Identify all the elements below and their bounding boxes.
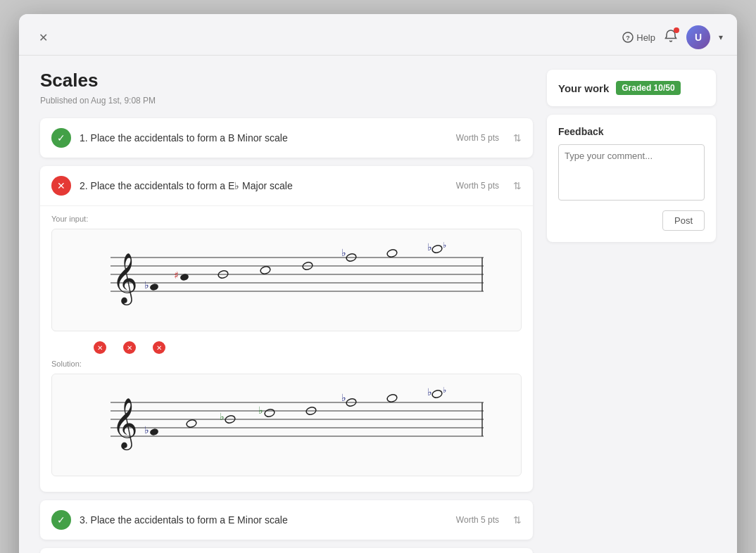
question-text-1: 1. Place the accidentals to form a B Min… bbox=[80, 132, 448, 144]
question-item-1: ✓ 1. Place the accidentals to form a B M… bbox=[40, 118, 533, 158]
sol-note-1 bbox=[149, 428, 159, 436]
sol-note-2 bbox=[186, 419, 197, 428]
staff-solution: 𝄞 ♭ ♭ ♭ bbox=[51, 374, 522, 476]
note-7 bbox=[386, 248, 398, 258]
help-button[interactable]: ? Help bbox=[622, 32, 655, 43]
question-text-3: 3. Place the accidentals to form a E Min… bbox=[80, 514, 448, 526]
your-input-label: Your input: bbox=[51, 215, 522, 223]
sol-note-7 bbox=[386, 393, 398, 402]
sharp-red: ♯ bbox=[174, 269, 179, 281]
published-date: Published on Aug 1st, 9:08 PM bbox=[40, 96, 533, 106]
question-worth-3: Worth 5 pts bbox=[456, 515, 499, 525]
chevron-down-icon[interactable]: ▾ bbox=[719, 32, 723, 42]
question-text-2: 2. Place the accidentals to form a E♭ Ma… bbox=[80, 180, 448, 191]
close-button[interactable]: ✕ bbox=[33, 27, 53, 47]
main-layout: Scales Published on Aug 1st, 9:08 PM ✓ 1… bbox=[19, 56, 737, 553]
svg-text:?: ? bbox=[626, 34, 631, 42]
post-button[interactable]: Post bbox=[662, 210, 705, 231]
question-worth-1: Worth 5 pts bbox=[456, 133, 499, 143]
incorrect-icon-2: ✕ bbox=[51, 176, 71, 196]
treble-clef: 𝄞 bbox=[112, 253, 138, 306]
your-work-label: Your work bbox=[558, 82, 609, 94]
sol-flat-8: ♭ bbox=[427, 386, 432, 398]
help-icon: ? bbox=[622, 32, 634, 43]
grade-badge: Graded 10/50 bbox=[616, 81, 680, 95]
right-sidebar: Your work Graded 10/50 Feedback Post bbox=[547, 70, 716, 553]
error-indicators: ✕ ✕ ✕ bbox=[51, 338, 522, 360]
question-header-4[interactable]: ✕ 4. Place the accidentals to form a C♭ … bbox=[40, 548, 533, 553]
question-header-3[interactable]: ✓ 3. Place the accidentals to form a E M… bbox=[40, 500, 533, 540]
page-title: Scales bbox=[40, 70, 533, 91]
feedback-card: Feedback Post bbox=[547, 115, 716, 242]
error-dot-2: ✕ bbox=[123, 341, 136, 354]
notification-dot bbox=[674, 27, 679, 33]
question-header-1[interactable]: ✓ 1. Place the accidentals to form a B M… bbox=[40, 118, 533, 158]
question-item-3: ✓ 3. Place the accidentals to form a E M… bbox=[40, 500, 533, 540]
note-8 bbox=[431, 244, 443, 253]
flat-6: ♭ bbox=[341, 247, 346, 258]
note-1 bbox=[149, 283, 159, 291]
error-dot-3: ✕ bbox=[153, 341, 165, 354]
flat-8b: ♭ bbox=[443, 241, 446, 249]
question-worth-2: Worth 5 pts bbox=[456, 181, 499, 191]
topbar-right: ? Help U ▾ bbox=[622, 25, 723, 49]
sol-note-4 bbox=[264, 408, 275, 417]
sol-note-8 bbox=[431, 389, 443, 398]
sol-flat-6: ♭ bbox=[341, 392, 346, 403]
expand-icon-3[interactable]: ⇅ bbox=[513, 514, 522, 526]
correct-icon-1: ✓ bbox=[51, 128, 71, 148]
sol-flat-1: ♭ bbox=[144, 424, 149, 436]
question-item-2: ✕ 2. Place the accidentals to form a E♭ … bbox=[40, 166, 533, 492]
question-item-4: ✕ 4. Place the accidentals to form a C♭ … bbox=[40, 548, 533, 553]
app-window: ✕ ? Help U ▾ Scales bbox=[19, 14, 737, 553]
correct-icon-3: ✓ bbox=[51, 510, 71, 530]
topbar: ✕ ? Help U ▾ bbox=[19, 14, 737, 56]
avatar[interactable]: U bbox=[686, 25, 710, 49]
sol-flat-3-green: ♭ bbox=[220, 411, 225, 422]
treble-clef-sol: 𝄞 bbox=[112, 398, 138, 451]
staff-input-svg: 𝄞 ♭ ♯ bbox=[63, 236, 510, 307]
sol-flat-8b: ♭ bbox=[443, 386, 446, 394]
feedback-textarea[interactable] bbox=[558, 144, 705, 201]
flat-8: ♭ bbox=[427, 241, 432, 253]
solution-label: Solution: bbox=[51, 360, 522, 368]
question-expanded-2: Your input: 𝄞 bbox=[40, 205, 533, 492]
sol-flat-4-green: ♭ bbox=[258, 405, 263, 416]
left-content: Scales Published on Aug 1st, 9:08 PM ✓ 1… bbox=[40, 70, 533, 553]
staff-solution-svg: 𝄞 ♭ ♭ ♭ bbox=[63, 381, 510, 452]
expand-icon-1[interactable]: ⇅ bbox=[513, 132, 522, 144]
feedback-title: Feedback bbox=[558, 126, 705, 137]
your-work-card: Your work Graded 10/50 bbox=[547, 70, 716, 106]
staff-input: 𝄞 ♭ ♯ bbox=[51, 229, 522, 331]
notifications-button[interactable] bbox=[664, 29, 678, 46]
flat-1: ♭ bbox=[144, 279, 149, 291]
question-header-2[interactable]: ✕ 2. Place the accidentals to form a E♭ … bbox=[40, 166, 533, 205]
note-4 bbox=[260, 265, 271, 274]
error-dot-1: ✕ bbox=[94, 341, 106, 354]
expand-icon-2[interactable]: ⇅ bbox=[513, 180, 522, 191]
